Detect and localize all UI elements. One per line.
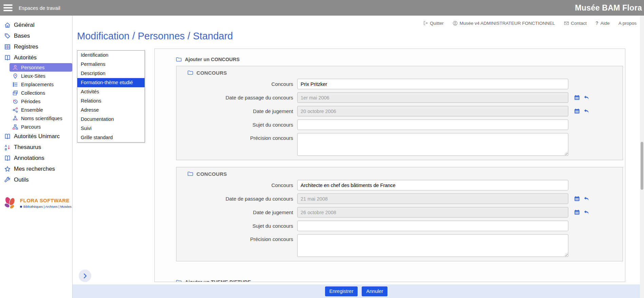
sidebar-item-bases[interactable]: Bases bbox=[0, 31, 72, 41]
sidebar-item-thesaurus[interactable]: AB Thesaurus bbox=[0, 142, 72, 153]
date-jugement-input bbox=[297, 207, 568, 218]
sidebar-item-general[interactable]: Général bbox=[0, 20, 72, 31]
sidebar-item-label: Registres bbox=[14, 43, 38, 50]
sidebar-item-autorites-unimarc[interactable]: Autorités Unimarc bbox=[0, 131, 72, 142]
book-icon bbox=[4, 133, 11, 140]
home-icon bbox=[4, 22, 11, 29]
sidebar-item-ensemble[interactable]: Ensemble bbox=[0, 106, 72, 114]
sidebar-item-label: Outils bbox=[14, 176, 29, 183]
apropos-link[interactable]: A propos bbox=[619, 21, 637, 26]
sidebar-item-label: Autorités bbox=[14, 54, 37, 61]
tab-identification[interactable]: Identification bbox=[77, 51, 145, 60]
textarea-wrapper bbox=[297, 234, 568, 257]
calendar-icon[interactable] bbox=[574, 94, 580, 101]
aide-link[interactable]: ? Aide bbox=[595, 20, 610, 26]
sidebar-item-outils[interactable]: Outils bbox=[0, 174, 72, 185]
sidebar-item-lieux-sites[interactable]: Lieux-Sites bbox=[0, 72, 72, 80]
sidebar-item-noms-scientifiques[interactable]: Noms scientifiques bbox=[0, 114, 72, 123]
tab-documentation[interactable]: Documentation bbox=[77, 115, 145, 124]
sidebar-item-label: Autorités Unimarc bbox=[14, 133, 60, 140]
section-title-text: CONCOURS bbox=[196, 70, 227, 76]
tab-formation-theme-etudie[interactable]: Formation-thème etudié bbox=[77, 78, 145, 87]
sidebar-item-periodes[interactable]: Périodes bbox=[0, 97, 72, 106]
sujet-concours-input[interactable] bbox=[297, 119, 568, 130]
sidebar-item-label: Bases bbox=[14, 33, 30, 39]
tab-relations[interactable]: Relations bbox=[77, 96, 145, 106]
concours-input[interactable] bbox=[297, 79, 568, 89]
sidebar-item-annotations[interactable]: Annotations bbox=[0, 153, 72, 164]
page-title: Modification / Personnes / Standard bbox=[77, 31, 233, 42]
sidebar-item-label: Parcours bbox=[21, 124, 41, 130]
sidebar-item-parcours[interactable]: Parcours bbox=[0, 123, 72, 131]
form-tabs-menu: Identification Permaliens Description Fo… bbox=[77, 50, 145, 143]
scrollbar-thumb[interactable] bbox=[641, 142, 643, 190]
flora-flower-icon bbox=[3, 195, 18, 211]
sidebar-item-label: Périodes bbox=[21, 99, 40, 104]
sidebar-item-label: Noms scientifiques bbox=[21, 116, 62, 121]
quitter-link[interactable]: Quitter bbox=[423, 21, 444, 26]
top-bar: Espaces de travail Musée BAM Flora bbox=[0, 0, 644, 16]
vertical-scrollbar[interactable] bbox=[640, 16, 644, 298]
expand-panel-button[interactable] bbox=[79, 269, 91, 282]
person-icon bbox=[12, 64, 18, 71]
tab-suivi[interactable]: Suivi bbox=[77, 124, 145, 133]
app-shell: Général Bases Registres Autorités Person… bbox=[0, 16, 644, 298]
folder-icon bbox=[176, 279, 182, 282]
concours-input[interactable] bbox=[297, 180, 568, 190]
cancel-button[interactable]: Annuler bbox=[362, 286, 387, 296]
map-pin-icon bbox=[12, 73, 18, 79]
field-label: Sujet du concours bbox=[176, 122, 297, 128]
sujet-concours-input[interactable] bbox=[297, 221, 568, 231]
calendar-icon[interactable] bbox=[574, 108, 580, 114]
wrench-icon bbox=[4, 176, 11, 183]
tab-permaliens[interactable]: Permaliens bbox=[77, 60, 145, 69]
workspace-label[interactable]: Espaces de travail bbox=[19, 5, 60, 11]
tab-adresse[interactable]: Adresse bbox=[77, 106, 145, 115]
tab-description[interactable]: Description bbox=[77, 69, 145, 78]
sidebar-item-personnes[interactable]: Personnes bbox=[10, 63, 72, 72]
flora-software-logo: FLORA SOFTWARE Bibliothèques | Archives … bbox=[3, 195, 72, 211]
hamburger-menu-icon[interactable] bbox=[0, 4, 13, 11]
undo-icon[interactable] bbox=[583, 209, 590, 216]
sidebar-item-emplacements[interactable]: Emplacements bbox=[0, 80, 72, 89]
date-passage-input bbox=[297, 193, 568, 204]
molecule-icon bbox=[12, 115, 18, 122]
sidebar-item-registres[interactable]: Registres bbox=[0, 41, 72, 52]
app-title: Musée BAM Flora bbox=[575, 3, 644, 13]
date-jugement-input bbox=[297, 106, 568, 116]
undo-icon[interactable] bbox=[583, 108, 590, 114]
folder-icon bbox=[176, 56, 182, 62]
undo-icon[interactable] bbox=[583, 195, 590, 202]
svg-text:B: B bbox=[5, 148, 7, 151]
field-label: Précision concours bbox=[176, 234, 297, 242]
form-field-row: Concours bbox=[176, 79, 623, 89]
add-concours-header[interactable]: Ajouter un CONCOURS bbox=[176, 56, 625, 62]
sidebar-item-collections[interactable]: Collections bbox=[0, 89, 72, 97]
sidebar-item-mes-recherches[interactable]: Mes recherches bbox=[0, 164, 72, 174]
add-theme-etude-header[interactable]: Ajouter un THEME D'ETUDE bbox=[176, 279, 625, 282]
logo-tagline: Bibliothèques | Archives | Musées bbox=[20, 205, 72, 208]
drawer-icon bbox=[4, 43, 11, 50]
tab-grille-standard[interactable]: Grille standard bbox=[77, 133, 145, 142]
precision-concours-textarea[interactable] bbox=[297, 133, 568, 156]
main-content: Quitter Musée v4 ADMINISTRATEUR FONCTION… bbox=[73, 16, 644, 298]
tag-icon bbox=[4, 33, 11, 39]
tab-activites[interactable]: Activités bbox=[77, 87, 145, 96]
field-label: Date de passage du concours bbox=[176, 95, 297, 100]
sidebar: Général Bases Registres Autorités Person… bbox=[0, 16, 73, 298]
form-scroll-area: Ajouter un CONCOURS CONCOURS Concours Da… bbox=[154, 49, 625, 282]
user-account-link[interactable]: Musée v4 ADMINISTRATEUR FONCTIONNEL bbox=[453, 21, 555, 26]
book-icon bbox=[4, 155, 11, 162]
save-button[interactable]: Enregistrer bbox=[325, 286, 358, 296]
contact-link[interactable]: Contact bbox=[564, 21, 587, 26]
form-field-row: Date de passage du concours bbox=[176, 193, 623, 204]
field-label: Précision concours bbox=[176, 133, 297, 141]
precision-concours-textarea[interactable] bbox=[297, 234, 568, 257]
logo-title: FLORA SOFTWARE bbox=[20, 198, 72, 203]
form-field-row: Date de jugement bbox=[176, 106, 623, 116]
calendar-icon[interactable] bbox=[574, 209, 580, 216]
undo-icon[interactable] bbox=[583, 94, 590, 101]
nodes-icon bbox=[12, 107, 18, 113]
calendar-icon[interactable] bbox=[574, 195, 580, 202]
sidebar-item-autorites[interactable]: Autorités bbox=[0, 52, 72, 63]
